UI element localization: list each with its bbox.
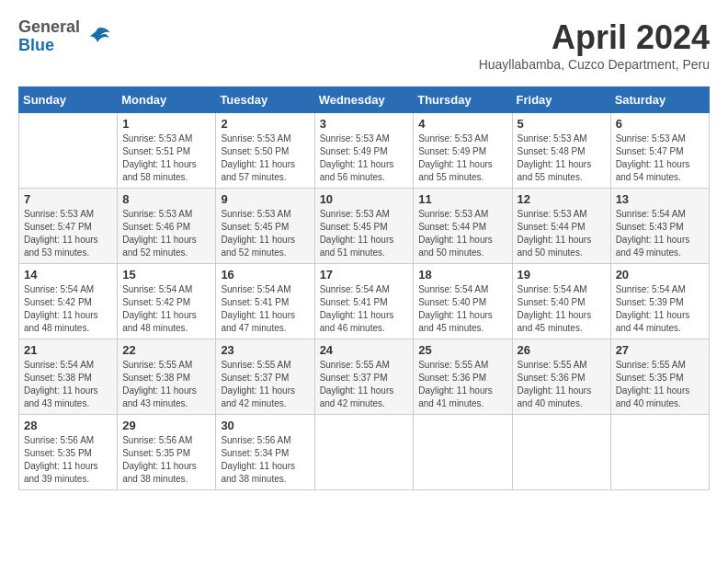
day-number: 15 <box>122 268 210 282</box>
calendar-table: SundayMondayTuesdayWednesdayThursdayFrid… <box>18 86 710 490</box>
day-number: 26 <box>518 343 606 357</box>
day-number: 4 <box>418 117 506 131</box>
day-info: Sunrise: 5:54 AM Sunset: 5:40 PM Dayligh… <box>418 283 506 335</box>
calendar-cell: 26Sunrise: 5:55 AM Sunset: 5:36 PM Dayli… <box>512 339 610 415</box>
calendar-cell: 12Sunrise: 5:53 AM Sunset: 5:44 PM Dayli… <box>512 189 610 264</box>
day-number: 2 <box>221 117 309 131</box>
calendar-cell: 21Sunrise: 5:54 AM Sunset: 5:38 PM Dayli… <box>19 339 118 415</box>
day-info: Sunrise: 5:54 AM Sunset: 5:42 PM Dayligh… <box>24 283 112 335</box>
calendar-week-row: 1Sunrise: 5:53 AM Sunset: 5:51 PM Daylig… <box>19 113 710 189</box>
day-info: Sunrise: 5:53 AM Sunset: 5:44 PM Dayligh… <box>518 208 606 259</box>
calendar-cell: 16Sunrise: 5:54 AM Sunset: 5:41 PM Dayli… <box>216 264 314 339</box>
calendar-header-saturday: Saturday <box>610 87 709 113</box>
day-number: 17 <box>320 268 409 282</box>
calendar-cell: 23Sunrise: 5:55 AM Sunset: 5:37 PM Dayli… <box>216 339 314 415</box>
calendar-cell <box>512 415 610 490</box>
day-info: Sunrise: 5:55 AM Sunset: 5:36 PM Dayligh… <box>518 359 606 410</box>
location: Huayllabamba, Cuzco Department, Peru <box>479 57 710 72</box>
day-number: 22 <box>122 343 210 357</box>
day-info: Sunrise: 5:54 AM Sunset: 5:41 PM Dayligh… <box>320 283 409 335</box>
day-number: 29 <box>122 419 210 432</box>
calendar-cell: 28Sunrise: 5:56 AM Sunset: 5:35 PM Dayli… <box>19 415 118 490</box>
day-info: Sunrise: 5:53 AM Sunset: 5:49 PM Dayligh… <box>320 132 409 184</box>
calendar-cell: 15Sunrise: 5:54 AM Sunset: 5:42 PM Dayli… <box>118 264 216 339</box>
day-info: Sunrise: 5:55 AM Sunset: 5:38 PM Dayligh… <box>122 359 210 410</box>
day-number: 11 <box>418 192 506 206</box>
calendar-cell: 10Sunrise: 5:53 AM Sunset: 5:45 PM Dayli… <box>314 189 414 264</box>
calendar-week-row: 21Sunrise: 5:54 AM Sunset: 5:38 PM Dayli… <box>19 339 710 415</box>
day-number: 9 <box>221 192 309 206</box>
day-number: 19 <box>518 268 606 282</box>
calendar-cell: 6Sunrise: 5:53 AM Sunset: 5:47 PM Daylig… <box>610 113 709 189</box>
day-info: Sunrise: 5:56 AM Sunset: 5:35 PM Dayligh… <box>24 434 112 486</box>
logo-blue: Blue <box>18 37 80 55</box>
day-info: Sunrise: 5:53 AM Sunset: 5:51 PM Dayligh… <box>122 132 210 184</box>
day-number: 1 <box>122 117 210 131</box>
day-number: 18 <box>418 268 506 282</box>
calendar-cell <box>19 113 118 189</box>
logo-bird-icon <box>84 23 111 51</box>
day-number: 21 <box>24 343 112 357</box>
logo: General Blue <box>18 18 111 55</box>
day-number: 3 <box>320 117 409 131</box>
day-number: 10 <box>320 192 409 206</box>
calendar-cell: 30Sunrise: 5:56 AM Sunset: 5:34 PM Dayli… <box>216 415 314 490</box>
day-info: Sunrise: 5:55 AM Sunset: 5:36 PM Dayligh… <box>418 359 506 410</box>
calendar-cell: 7Sunrise: 5:53 AM Sunset: 5:47 PM Daylig… <box>19 189 118 264</box>
day-info: Sunrise: 5:55 AM Sunset: 5:37 PM Dayligh… <box>221 359 309 410</box>
day-info: Sunrise: 5:53 AM Sunset: 5:50 PM Dayligh… <box>221 132 309 184</box>
day-info: Sunrise: 5:54 AM Sunset: 5:38 PM Dayligh… <box>24 359 112 410</box>
calendar-header-thursday: Thursday <box>414 87 512 113</box>
calendar-cell: 4Sunrise: 5:53 AM Sunset: 5:49 PM Daylig… <box>414 113 512 189</box>
calendar-week-row: 14Sunrise: 5:54 AM Sunset: 5:42 PM Dayli… <box>19 264 710 339</box>
day-number: 23 <box>221 343 309 357</box>
day-number: 7 <box>24 192 112 206</box>
day-number: 13 <box>616 192 704 206</box>
day-info: Sunrise: 5:54 AM Sunset: 5:43 PM Dayligh… <box>616 208 704 259</box>
calendar-cell: 18Sunrise: 5:54 AM Sunset: 5:40 PM Dayli… <box>414 264 512 339</box>
day-info: Sunrise: 5:56 AM Sunset: 5:34 PM Dayligh… <box>221 434 309 486</box>
day-info: Sunrise: 5:56 AM Sunset: 5:35 PM Dayligh… <box>122 434 210 486</box>
calendar-cell: 25Sunrise: 5:55 AM Sunset: 5:36 PM Dayli… <box>414 339 512 415</box>
day-info: Sunrise: 5:53 AM Sunset: 5:46 PM Dayligh… <box>122 208 210 259</box>
calendar-cell: 22Sunrise: 5:55 AM Sunset: 5:38 PM Dayli… <box>118 339 216 415</box>
day-number: 27 <box>616 343 704 357</box>
day-info: Sunrise: 5:55 AM Sunset: 5:37 PM Dayligh… <box>320 359 409 410</box>
day-number: 24 <box>320 343 409 357</box>
day-info: Sunrise: 5:53 AM Sunset: 5:48 PM Dayligh… <box>518 132 606 184</box>
calendar-cell: 11Sunrise: 5:53 AM Sunset: 5:44 PM Dayli… <box>414 189 512 264</box>
day-info: Sunrise: 5:53 AM Sunset: 5:47 PM Dayligh… <box>616 132 704 184</box>
day-number: 20 <box>616 268 704 282</box>
calendar-cell: 2Sunrise: 5:53 AM Sunset: 5:50 PM Daylig… <box>216 113 314 189</box>
calendar-header-sunday: Sunday <box>19 87 118 113</box>
calendar-header-row: SundayMondayTuesdayWednesdayThursdayFrid… <box>19 87 710 113</box>
calendar-cell <box>314 415 414 490</box>
calendar-cell: 13Sunrise: 5:54 AM Sunset: 5:43 PM Dayli… <box>610 189 709 264</box>
calendar-header-monday: Monday <box>118 87 216 113</box>
calendar-cell: 8Sunrise: 5:53 AM Sunset: 5:46 PM Daylig… <box>118 189 216 264</box>
day-number: 30 <box>221 419 309 432</box>
day-number: 28 <box>24 419 112 432</box>
day-info: Sunrise: 5:53 AM Sunset: 5:47 PM Dayligh… <box>24 208 112 259</box>
calendar-header-friday: Friday <box>512 87 610 113</box>
day-info: Sunrise: 5:54 AM Sunset: 5:40 PM Dayligh… <box>518 283 606 335</box>
logo-general: General <box>18 18 80 37</box>
calendar-cell: 17Sunrise: 5:54 AM Sunset: 5:41 PM Dayli… <box>314 264 414 339</box>
calendar-header-wednesday: Wednesday <box>314 87 414 113</box>
day-number: 16 <box>221 268 309 282</box>
day-info: Sunrise: 5:53 AM Sunset: 5:44 PM Dayligh… <box>418 208 506 259</box>
day-info: Sunrise: 5:53 AM Sunset: 5:45 PM Dayligh… <box>320 208 409 259</box>
title-block: April 2024 Huayllabamba, Cuzco Departmen… <box>479 18 710 72</box>
day-info: Sunrise: 5:53 AM Sunset: 5:49 PM Dayligh… <box>418 132 506 184</box>
calendar-cell: 19Sunrise: 5:54 AM Sunset: 5:40 PM Dayli… <box>512 264 610 339</box>
calendar-cell: 14Sunrise: 5:54 AM Sunset: 5:42 PM Dayli… <box>19 264 118 339</box>
day-number: 5 <box>518 117 606 131</box>
day-info: Sunrise: 5:54 AM Sunset: 5:39 PM Dayligh… <box>616 283 704 335</box>
calendar-cell: 1Sunrise: 5:53 AM Sunset: 5:51 PM Daylig… <box>118 113 216 189</box>
day-info: Sunrise: 5:53 AM Sunset: 5:45 PM Dayligh… <box>221 208 309 259</box>
day-number: 25 <box>418 343 506 357</box>
calendar-cell: 20Sunrise: 5:54 AM Sunset: 5:39 PM Dayli… <box>610 264 709 339</box>
calendar-cell <box>610 415 709 490</box>
calendar-cell: 3Sunrise: 5:53 AM Sunset: 5:49 PM Daylig… <box>314 113 414 189</box>
calendar-cell: 24Sunrise: 5:55 AM Sunset: 5:37 PM Dayli… <box>314 339 414 415</box>
